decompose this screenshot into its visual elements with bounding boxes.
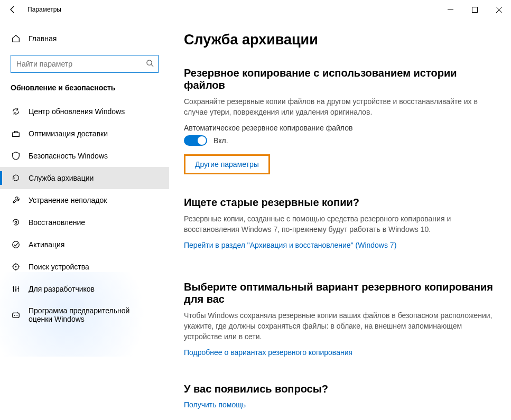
- section-questions: У вас появились вопросы? Получить помощь: [184, 383, 496, 409]
- search-icon: [146, 59, 154, 69]
- sidebar-item-insider[interactable]: Программа предварительной оценки Windows: [0, 300, 169, 330]
- svg-rect-6: [13, 133, 20, 136]
- location-icon: [11, 262, 21, 272]
- toggle-label: Автоматическое резервное копирование фай…: [184, 124, 496, 132]
- close-button[interactable]: [487, 0, 511, 19]
- sidebar-item-backup[interactable]: Служба архивации: [0, 167, 169, 189]
- section-description: Резервные копии, созданные с помощью сре…: [184, 214, 480, 235]
- nav-label: Программа предварительной оценки Windows: [29, 306, 150, 323]
- section-heading: Ищете старые резервные копии?: [184, 197, 496, 209]
- svg-point-12: [15, 289, 17, 291]
- svg-point-15: [14, 315, 15, 316]
- more-options-highlight: Другие параметры: [184, 154, 270, 174]
- sidebar-item-developers[interactable]: Для разработчиков: [0, 278, 169, 300]
- sidebar-item-find-my-device[interactable]: Поиск устройства: [0, 256, 169, 278]
- svg-rect-1: [472, 7, 477, 12]
- nav-label: Центр обновления Windows: [29, 107, 125, 116]
- svg-rect-14: [13, 313, 20, 318]
- nav-label: Активация: [29, 240, 64, 249]
- section-description: Чтобы Windows сохраняла резервные копии …: [184, 311, 496, 342]
- titlebar: Параметры: [0, 0, 511, 19]
- sidebar-item-recovery[interactable]: Восстановление: [0, 211, 169, 234]
- svg-point-4: [147, 60, 152, 65]
- search-input[interactable]: [15, 59, 146, 69]
- home-icon: [11, 34, 21, 43]
- section-heading: Выберите оптимальный вариант резервного …: [184, 281, 496, 305]
- toggle-state: Вкл.: [213, 136, 228, 145]
- svg-point-8: [13, 241, 20, 248]
- sidebar-item-activation[interactable]: Активация: [0, 234, 169, 256]
- section-file-history: Резервное копирование с использованием и…: [184, 67, 496, 174]
- sidebar-item-windows-security[interactable]: Безопасность Windows: [0, 145, 169, 167]
- svg-point-11: [13, 287, 14, 288]
- sidebar-section-title: Обновление и безопасность: [0, 83, 169, 100]
- svg-point-13: [17, 288, 19, 290]
- delivery-icon: [11, 129, 21, 138]
- minimize-button[interactable]: [438, 0, 462, 19]
- check-circle-icon: [11, 240, 21, 249]
- svg-line-5: [151, 64, 153, 67]
- insider-icon: [11, 310, 21, 320]
- section-old-backups: Ищете старые резервные копии? Резервные …: [184, 197, 496, 249]
- sync-icon: [11, 107, 21, 116]
- nav-label: Устранение неполадок: [29, 196, 107, 204]
- nav-label: Безопасность Windows: [29, 152, 108, 160]
- svg-point-7: [15, 221, 17, 223]
- home-label: Главная: [29, 34, 57, 43]
- nav-label: Поиск устройства: [29, 263, 89, 271]
- sidebar-item-home[interactable]: Главная: [0, 30, 169, 48]
- sidebar-item-delivery-optimization[interactable]: Оптимизация доставки: [0, 123, 169, 145]
- backup-options-link[interactable]: Подробнее о вариантах резервного копиров…: [184, 348, 352, 357]
- section-heading: У вас появились вопросы?: [184, 383, 496, 395]
- developer-icon: [11, 284, 21, 294]
- window-title: Параметры: [25, 6, 438, 13]
- section-heading: Резервное копирование с использованием и…: [184, 67, 496, 91]
- sidebar-item-windows-update[interactable]: Центр обновления Windows: [0, 100, 169, 123]
- get-help-link[interactable]: Получить помощь: [184, 400, 246, 409]
- win7-backup-link[interactable]: Перейти в раздел "Архивация и восстановл…: [184, 241, 396, 249]
- recovery-icon: [11, 218, 21, 227]
- back-button[interactable]: [0, 5, 25, 14]
- svg-point-16: [16, 315, 17, 316]
- sidebar: Главная Обновление и безопасность Центр …: [0, 19, 169, 420]
- section-description: Сохраняйте резервные копии файлов на дру…: [184, 97, 480, 117]
- page-title: Служба архивации: [184, 32, 496, 48]
- wrench-icon: [11, 195, 21, 205]
- maximize-button[interactable]: [462, 0, 487, 19]
- svg-point-9: [15, 266, 17, 268]
- auto-backup-toggle[interactable]: [184, 135, 207, 146]
- more-options-link[interactable]: Другие параметры: [195, 160, 259, 169]
- section-choose-backup: Выберите оптимальный вариант резервного …: [184, 281, 496, 357]
- nav-label: Служба архивации: [29, 174, 94, 182]
- content-area: Служба архивации Резервное копирование с…: [169, 19, 511, 420]
- nav-label: Для разработчиков: [29, 285, 95, 293]
- search-input-container[interactable]: [11, 55, 159, 73]
- nav-label: Оптимизация доставки: [29, 129, 108, 138]
- sidebar-item-troubleshoot[interactable]: Устранение неполадок: [0, 189, 169, 211]
- nav-label: Восстановление: [29, 218, 85, 227]
- shield-icon: [11, 151, 21, 161]
- backup-icon: [11, 173, 21, 183]
